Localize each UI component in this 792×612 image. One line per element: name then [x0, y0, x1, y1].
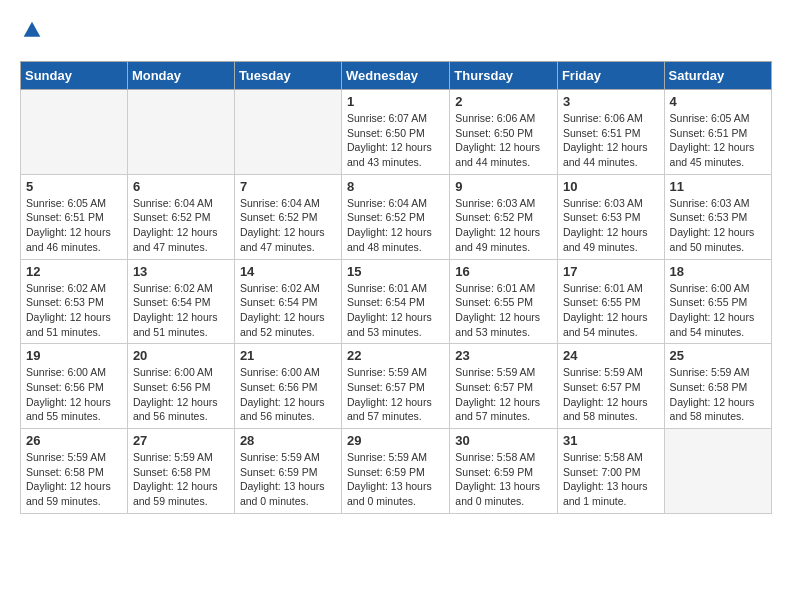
calendar-cell: 16Sunrise: 6:01 AM Sunset: 6:55 PM Dayli…: [450, 259, 558, 344]
day-number: 3: [563, 94, 659, 109]
day-number: 29: [347, 433, 444, 448]
calendar-cell: 8Sunrise: 6:04 AM Sunset: 6:52 PM Daylig…: [342, 174, 450, 259]
day-number: 24: [563, 348, 659, 363]
calendar-cell: 13Sunrise: 6:02 AM Sunset: 6:54 PM Dayli…: [127, 259, 234, 344]
day-number: 4: [670, 94, 766, 109]
calendar-cell: 9Sunrise: 6:03 AM Sunset: 6:52 PM Daylig…: [450, 174, 558, 259]
day-number: 11: [670, 179, 766, 194]
weekday-header-row: SundayMondayTuesdayWednesdayThursdayFrid…: [21, 62, 772, 90]
day-number: 26: [26, 433, 122, 448]
calendar-cell: 10Sunrise: 6:03 AM Sunset: 6:53 PM Dayli…: [557, 174, 664, 259]
logo-icon: [22, 20, 42, 40]
day-info: Sunrise: 6:00 AM Sunset: 6:56 PM Dayligh…: [240, 365, 336, 424]
day-number: 14: [240, 264, 336, 279]
calendar-cell: 18Sunrise: 6:00 AM Sunset: 6:55 PM Dayli…: [664, 259, 771, 344]
day-number: 2: [455, 94, 552, 109]
calendar-cell: [664, 429, 771, 514]
day-number: 21: [240, 348, 336, 363]
day-number: 18: [670, 264, 766, 279]
calendar-cell: [234, 90, 341, 175]
day-info: Sunrise: 6:01 AM Sunset: 6:54 PM Dayligh…: [347, 281, 444, 340]
day-info: Sunrise: 6:03 AM Sunset: 6:53 PM Dayligh…: [670, 196, 766, 255]
day-info: Sunrise: 6:04 AM Sunset: 6:52 PM Dayligh…: [133, 196, 229, 255]
day-number: 19: [26, 348, 122, 363]
day-number: 27: [133, 433, 229, 448]
weekday-header-sunday: Sunday: [21, 62, 128, 90]
day-info: Sunrise: 6:01 AM Sunset: 6:55 PM Dayligh…: [455, 281, 552, 340]
day-info: Sunrise: 6:02 AM Sunset: 6:53 PM Dayligh…: [26, 281, 122, 340]
day-number: 5: [26, 179, 122, 194]
day-info: Sunrise: 5:59 AM Sunset: 6:58 PM Dayligh…: [26, 450, 122, 509]
weekday-header-friday: Friday: [557, 62, 664, 90]
day-info: Sunrise: 6:04 AM Sunset: 6:52 PM Dayligh…: [240, 196, 336, 255]
day-number: 8: [347, 179, 444, 194]
day-info: Sunrise: 6:05 AM Sunset: 6:51 PM Dayligh…: [26, 196, 122, 255]
day-info: Sunrise: 5:58 AM Sunset: 7:00 PM Dayligh…: [563, 450, 659, 509]
calendar-cell: 3Sunrise: 6:06 AM Sunset: 6:51 PM Daylig…: [557, 90, 664, 175]
day-number: 17: [563, 264, 659, 279]
calendar-cell: 22Sunrise: 5:59 AM Sunset: 6:57 PM Dayli…: [342, 344, 450, 429]
calendar-cell: 19Sunrise: 6:00 AM Sunset: 6:56 PM Dayli…: [21, 344, 128, 429]
calendar-cell: 20Sunrise: 6:00 AM Sunset: 6:56 PM Dayli…: [127, 344, 234, 429]
weekday-header-thursday: Thursday: [450, 62, 558, 90]
day-number: 30: [455, 433, 552, 448]
day-number: 1: [347, 94, 444, 109]
day-info: Sunrise: 5:59 AM Sunset: 6:57 PM Dayligh…: [563, 365, 659, 424]
day-info: Sunrise: 6:02 AM Sunset: 6:54 PM Dayligh…: [240, 281, 336, 340]
calendar-cell: 4Sunrise: 6:05 AM Sunset: 6:51 PM Daylig…: [664, 90, 771, 175]
calendar-cell: [127, 90, 234, 175]
calendar-cell: 1Sunrise: 6:07 AM Sunset: 6:50 PM Daylig…: [342, 90, 450, 175]
calendar-week-1: 1Sunrise: 6:07 AM Sunset: 6:50 PM Daylig…: [21, 90, 772, 175]
calendar-cell: 26Sunrise: 5:59 AM Sunset: 6:58 PM Dayli…: [21, 429, 128, 514]
day-number: 7: [240, 179, 336, 194]
day-info: Sunrise: 5:59 AM Sunset: 6:57 PM Dayligh…: [455, 365, 552, 424]
calendar-cell: 25Sunrise: 5:59 AM Sunset: 6:58 PM Dayli…: [664, 344, 771, 429]
calendar-cell: 28Sunrise: 5:59 AM Sunset: 6:59 PM Dayli…: [234, 429, 341, 514]
day-info: Sunrise: 6:01 AM Sunset: 6:55 PM Dayligh…: [563, 281, 659, 340]
day-info: Sunrise: 5:59 AM Sunset: 6:58 PM Dayligh…: [670, 365, 766, 424]
weekday-header-saturday: Saturday: [664, 62, 771, 90]
svg-marker-0: [24, 22, 41, 37]
weekday-header-wednesday: Wednesday: [342, 62, 450, 90]
calendar-cell: 27Sunrise: 5:59 AM Sunset: 6:58 PM Dayli…: [127, 429, 234, 514]
calendar-week-2: 5Sunrise: 6:05 AM Sunset: 6:51 PM Daylig…: [21, 174, 772, 259]
calendar-cell: 21Sunrise: 6:00 AM Sunset: 6:56 PM Dayli…: [234, 344, 341, 429]
day-info: Sunrise: 6:06 AM Sunset: 6:51 PM Dayligh…: [563, 111, 659, 170]
calendar-cell: 17Sunrise: 6:01 AM Sunset: 6:55 PM Dayli…: [557, 259, 664, 344]
day-info: Sunrise: 5:59 AM Sunset: 6:59 PM Dayligh…: [240, 450, 336, 509]
day-number: 23: [455, 348, 552, 363]
day-info: Sunrise: 6:03 AM Sunset: 6:52 PM Dayligh…: [455, 196, 552, 255]
day-number: 13: [133, 264, 229, 279]
calendar-table: SundayMondayTuesdayWednesdayThursdayFrid…: [20, 61, 772, 514]
calendar-cell: 6Sunrise: 6:04 AM Sunset: 6:52 PM Daylig…: [127, 174, 234, 259]
day-info: Sunrise: 5:59 AM Sunset: 6:57 PM Dayligh…: [347, 365, 444, 424]
calendar-cell: 11Sunrise: 6:03 AM Sunset: 6:53 PM Dayli…: [664, 174, 771, 259]
day-info: Sunrise: 6:06 AM Sunset: 6:50 PM Dayligh…: [455, 111, 552, 170]
day-number: 12: [26, 264, 122, 279]
logo-text: [20, 20, 42, 45]
day-number: 31: [563, 433, 659, 448]
calendar-week-5: 26Sunrise: 5:59 AM Sunset: 6:58 PM Dayli…: [21, 429, 772, 514]
calendar-cell: 2Sunrise: 6:06 AM Sunset: 6:50 PM Daylig…: [450, 90, 558, 175]
calendar-cell: 5Sunrise: 6:05 AM Sunset: 6:51 PM Daylig…: [21, 174, 128, 259]
calendar-cell: 7Sunrise: 6:04 AM Sunset: 6:52 PM Daylig…: [234, 174, 341, 259]
weekday-header-tuesday: Tuesday: [234, 62, 341, 90]
day-info: Sunrise: 6:00 AM Sunset: 6:55 PM Dayligh…: [670, 281, 766, 340]
calendar-cell: [21, 90, 128, 175]
day-info: Sunrise: 5:58 AM Sunset: 6:59 PM Dayligh…: [455, 450, 552, 509]
calendar-cell: 23Sunrise: 5:59 AM Sunset: 6:57 PM Dayli…: [450, 344, 558, 429]
calendar-cell: 31Sunrise: 5:58 AM Sunset: 7:00 PM Dayli…: [557, 429, 664, 514]
day-number: 28: [240, 433, 336, 448]
day-number: 6: [133, 179, 229, 194]
weekday-header-monday: Monday: [127, 62, 234, 90]
day-number: 10: [563, 179, 659, 194]
day-info: Sunrise: 6:02 AM Sunset: 6:54 PM Dayligh…: [133, 281, 229, 340]
day-number: 15: [347, 264, 444, 279]
day-info: Sunrise: 5:59 AM Sunset: 6:58 PM Dayligh…: [133, 450, 229, 509]
day-number: 25: [670, 348, 766, 363]
day-info: Sunrise: 6:03 AM Sunset: 6:53 PM Dayligh…: [563, 196, 659, 255]
day-number: 16: [455, 264, 552, 279]
calendar-cell: 12Sunrise: 6:02 AM Sunset: 6:53 PM Dayli…: [21, 259, 128, 344]
day-info: Sunrise: 6:05 AM Sunset: 6:51 PM Dayligh…: [670, 111, 766, 170]
day-number: 9: [455, 179, 552, 194]
